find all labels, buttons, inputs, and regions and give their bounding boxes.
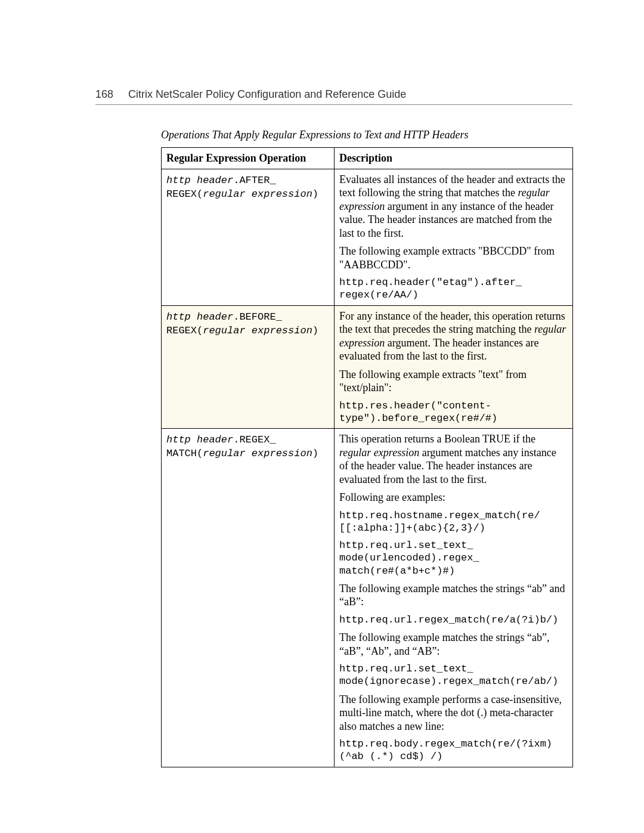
desc-para: The following example extracts "BBCCDD" … [339,244,568,271]
desc-text: For any instance of the header, this ope… [339,310,565,336]
code-block: http.req.hostname.regex_match(re/ [[:alp… [339,509,568,535]
op-text: ) [312,448,318,459]
operation-cell: http header.BEFORE_ REGEX(regular expres… [162,305,335,429]
description-cell: Evaluates all instances of the header an… [335,169,573,305]
op-text: ) [312,325,318,336]
description-cell: This operation returns a Boolean TRUE if… [335,429,573,767]
page-number: 168 [95,88,113,100]
operation-cell: http header.REGEX_ MATCH(regular express… [162,429,335,767]
desc-para: This operation returns a Boolean TRUE if… [339,432,568,486]
col-header-operation: Regular Expression Operation [162,148,335,169]
desc-para: The following example performs a case-in… [339,693,568,733]
table-row: http header.BEFORE_ REGEX(regular expres… [162,305,573,429]
operation-cell: http header.AFTER_ REGEX(regular express… [162,169,335,305]
desc-text: This operation returns a Boolean TRUE if… [339,433,535,445]
desc-para: The following example extracts "text" fr… [339,368,568,395]
doc-title: Citrix NetScaler Policy Configuration an… [128,88,406,100]
op-text: http header [166,434,233,445]
table-caption: Operations That Apply Regular Expression… [161,129,572,141]
col-header-description: Description [335,148,573,169]
code-block: http.req.url.regex_match(re/a(?i)b/) [339,614,568,626]
op-text: ) [312,188,318,200]
desc-para: Evaluates all instances of the header an… [339,173,568,240]
desc-para: For any instance of the header, this ope… [339,309,568,363]
operations-table: Regular Expression Operation Description… [161,147,573,767]
code-block: http.req.header("etag").after_ regex(re/… [339,276,568,302]
desc-para: The following example matches the string… [339,631,568,658]
op-text: http header [166,175,233,186]
description-cell: For any instance of the header, this ope… [335,305,573,429]
op-text: http header [166,311,233,323]
code-block: http.req.body.regex_match(re/(?ixm) (^ab… [339,738,568,763]
running-header: 168 Citrix NetScaler Policy Configuratio… [95,88,572,105]
table-header-row: Regular Expression Operation Description [162,148,573,169]
op-text: regular expression [203,448,312,459]
desc-text: regular expression [339,447,419,459]
page: 168 Citrix NetScaler Policy Configuratio… [0,0,644,833]
code-block: http.req.url.set_text_ mode(ignorecase).… [339,662,568,688]
code-block: http.res.header("content- type").before_… [339,400,568,425]
table-row: http header.AFTER_ REGEX(regular express… [162,169,573,305]
table-row: http header.REGEX_ MATCH(regular express… [162,429,573,767]
desc-para: The following example matches the string… [339,582,568,609]
op-text: regular expression [203,188,312,200]
desc-para: Following are examples: [339,491,568,504]
code-block: http.req.url.set_text_ mode(urlencoded).… [339,539,568,577]
op-text: regular expression [203,325,312,336]
